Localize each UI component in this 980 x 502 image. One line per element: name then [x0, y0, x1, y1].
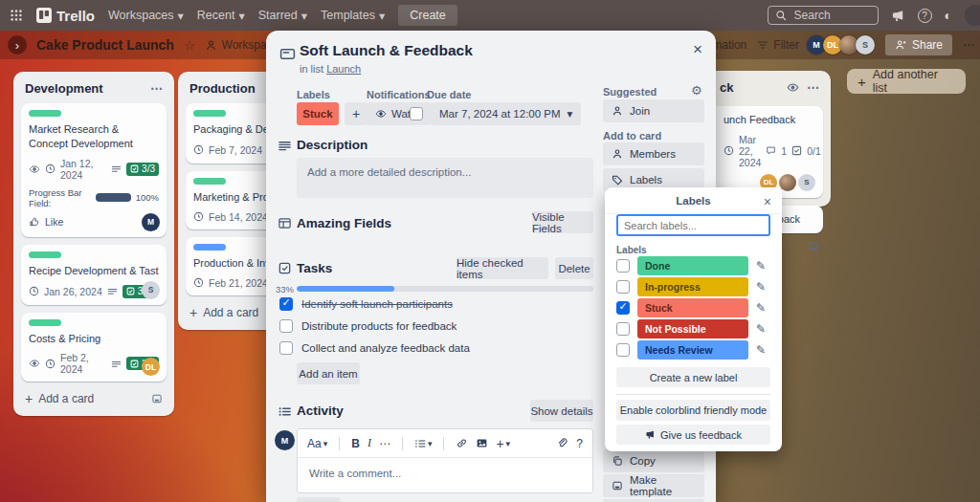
close-icon[interactable]: ×: [764, 194, 771, 209]
clock-icon: [45, 164, 56, 174]
nav-recent[interactable]: Recent▾: [197, 9, 245, 23]
card-template-icon[interactable]: [808, 241, 819, 252]
copy-button[interactable]: Copy: [603, 449, 704, 472]
join-button[interactable]: Join: [603, 99, 704, 122]
hide-checked-items-button[interactable]: Hide checked items: [457, 257, 548, 279]
text-style-button[interactable]: Aa▾: [307, 437, 327, 450]
checklist-item-checkbox[interactable]: [279, 341, 293, 355]
make-template-button[interactable]: Make template: [603, 474, 704, 497]
label-checkbox[interactable]: [616, 259, 630, 273]
create-button[interactable]: Create: [398, 5, 457, 26]
checklist-item-checkbox[interactable]: [279, 297, 293, 311]
trello-logo[interactable]: Trello: [36, 8, 95, 24]
italic-button[interactable]: I: [368, 436, 371, 450]
label-chip[interactable]: Not Possible: [637, 319, 748, 338]
help-icon[interactable]: ?: [918, 9, 932, 23]
more-formatting-icon[interactable]: ⋯: [379, 437, 390, 450]
card-recipe-development[interactable]: Recipe Development & Tasting Jan 26, 202…: [21, 245, 167, 305]
label-checkbox[interactable]: [616, 301, 630, 315]
create-new-label-button[interactable]: Create a new label: [616, 367, 770, 387]
card-template-icon[interactable]: [151, 393, 163, 404]
attachment-icon[interactable]: [556, 437, 568, 449]
workspace-people-icon: [205, 39, 217, 52]
label-chip[interactable]: Needs Review: [637, 340, 748, 360]
nav-starred[interactable]: Starred▾: [258, 9, 307, 23]
card-label: [193, 244, 226, 251]
image-icon[interactable]: [476, 437, 488, 449]
star-board-icon[interactable]: ☆: [184, 38, 195, 53]
label-chip[interactable]: In-progress: [637, 277, 748, 296]
activity-heading: Activity: [297, 404, 344, 418]
divider: [616, 394, 770, 395]
sidebar-expand-button[interactable]: ›: [8, 35, 27, 55]
pencil-icon[interactable]: ✎: [756, 343, 766, 357]
card-label-chip[interactable]: Stuck: [297, 102, 339, 125]
due-date-button[interactable]: Mar 7, 2024 at 12:00 PM ▾: [431, 102, 581, 125]
card-costs-pricing[interactable]: Costs & Pricing Feb 2, 2024 3/3 DL: [21, 313, 167, 382]
account-avatar[interactable]: [965, 5, 980, 26]
label-checkbox[interactable]: [616, 280, 630, 294]
give-feedback-button[interactable]: Give us feedback: [616, 425, 770, 445]
label-chip[interactable]: Stuck: [637, 298, 748, 317]
nav-templates[interactable]: Templates▾: [321, 9, 385, 23]
list-menu-icon[interactable]: ⋯: [150, 81, 163, 96]
filter-button[interactable]: Filter: [757, 38, 799, 52]
list-link[interactable]: Launch: [326, 63, 361, 75]
pencil-icon[interactable]: ✎: [756, 301, 766, 315]
person-icon: [612, 148, 623, 160]
labels-popup: Labels × Labels Done ✎ In-progress ✎ Stu…: [605, 187, 782, 451]
list-title[interactable]: ck: [720, 80, 787, 95]
show-details-button[interactable]: Show details: [530, 400, 593, 422]
app-switcher-icon[interactable]: [10, 9, 23, 22]
bold-button[interactable]: B: [351, 437, 360, 450]
pencil-icon[interactable]: ✎: [756, 280, 766, 294]
comment-input[interactable]: Write a comment...: [298, 458, 592, 489]
due-date: Feb 21, 2024: [209, 277, 268, 289]
card-market-research[interactable]: Market Research & Concept Development Ja…: [21, 103, 167, 237]
link-icon[interactable]: [456, 437, 468, 449]
save-comment-button[interactable]: [297, 497, 341, 502]
colorblind-mode-button[interactable]: Enable colorblind friendly mode: [616, 400, 770, 421]
description-input[interactable]: Add a more detailed description...: [297, 158, 593, 198]
board-menu-icon[interactable]: ⋯: [963, 38, 974, 52]
avatar[interactable]: S: [856, 35, 875, 55]
checklist-item-checkbox[interactable]: [279, 319, 293, 333]
list-title[interactable]: Development: [25, 81, 150, 96]
add-card-button[interactable]: Add a card: [38, 392, 145, 405]
insert-plus-button[interactable]: +▾: [496, 436, 510, 451]
members-button[interactable]: Members: [603, 142, 704, 165]
pencil-icon[interactable]: ✎: [756, 322, 766, 336]
megaphone-icon[interactable]: [891, 9, 905, 23]
label-chip[interactable]: Done: [637, 256, 748, 275]
add-label-button[interactable]: +: [345, 102, 368, 125]
theme-contrast-icon[interactable]: ◐: [945, 8, 952, 23]
share-button[interactable]: Share: [885, 34, 952, 55]
activity-icon: [278, 404, 292, 419]
due-date-checkbox[interactable]: [410, 107, 423, 120]
add-checklist-item-button[interactable]: Add an item: [297, 362, 360, 384]
card-title[interactable]: Soft Launch & Feedback: [300, 42, 473, 59]
add-another-list-button[interactable]: + Add another list: [847, 69, 966, 94]
person-icon: [612, 105, 623, 117]
search-labels-input[interactable]: [616, 214, 770, 236]
visible-fields-button[interactable]: Visible Fields: [532, 211, 593, 233]
thumbs-up-icon[interactable]: [29, 216, 40, 228]
board-title[interactable]: Cake Product Launch: [36, 37, 174, 53]
checklist-progress-fill: [297, 286, 394, 292]
nav-workspaces[interactable]: Workspaces▾: [108, 9, 184, 23]
comment-bubble-icon: [766, 145, 776, 156]
close-icon[interactable]: ×: [693, 40, 702, 59]
like-label: Like: [45, 216, 63, 228]
editor-help-button[interactable]: ?: [576, 437, 583, 450]
label-checkbox[interactable]: [616, 343, 630, 357]
tasks-heading: Tasks: [297, 261, 332, 275]
pencil-icon[interactable]: ✎: [756, 259, 766, 273]
list-format-button[interactable]: ▾: [414, 438, 433, 449]
search-input[interactable]: [792, 8, 869, 23]
delete-checklist-button[interactable]: Delete: [555, 257, 593, 279]
checkbox-icon: [126, 287, 135, 295]
gear-icon[interactable]: ⚙: [691, 83, 702, 98]
label-checkbox[interactable]: [616, 322, 630, 336]
search-box[interactable]: [768, 6, 879, 25]
list-menu-icon[interactable]: ⋯: [807, 80, 819, 95]
